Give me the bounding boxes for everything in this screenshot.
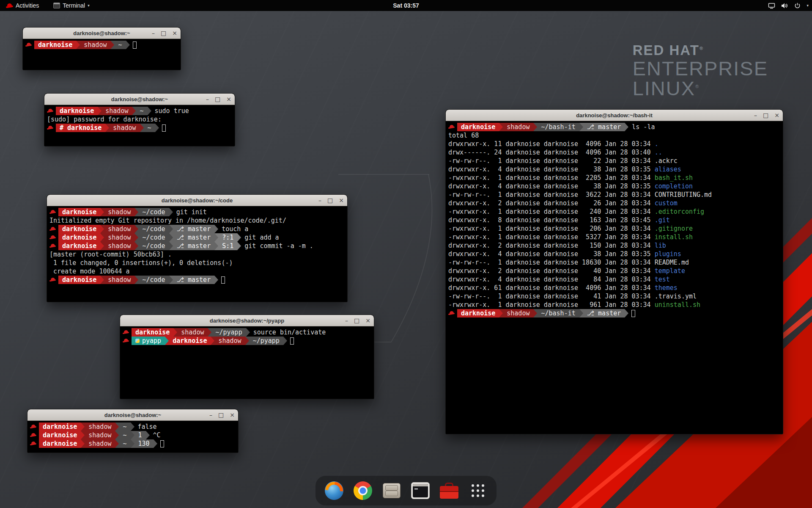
dock-files[interactable]	[381, 480, 403, 502]
redhat-prompt-icon	[30, 431, 37, 439]
close-button[interactable]: ×	[230, 409, 235, 421]
prompt-segment-path: ~/code	[138, 276, 169, 284]
minimize-button[interactable]: –	[318, 195, 321, 206]
prompt-segment-user: darknoise	[58, 276, 100, 284]
prompt-segment-path: ~	[119, 422, 130, 431]
close-button[interactable]: ×	[365, 315, 370, 326]
clock[interactable]: Sat 03:57	[393, 2, 419, 9]
file-name: uninstall.sh	[655, 301, 700, 309]
top-bar: Activities Terminal ▾ Sat 03:57 ▾	[0, 0, 812, 11]
minimize-button[interactable]: –	[345, 315, 348, 326]
display-icon[interactable]	[768, 3, 775, 9]
terminal-body[interactable]: darknoiseshadow~/codegit initInitialized…	[47, 206, 347, 302]
prompt-segment-git: ⎇ master	[173, 233, 215, 242]
ls-line-prefix: drwxrwxr-x. 4 darknoise darknoise 84 Jan…	[448, 276, 655, 283]
window-title: darknoise@shadow:~/pyapp	[120, 318, 374, 324]
minimize-button[interactable]: –	[209, 409, 212, 421]
powerline-separator-icon	[214, 276, 218, 284]
minimize-button[interactable]: –	[754, 110, 757, 121]
prompt-segment-path: ~/bash-it	[537, 309, 579, 318]
maximize-button[interactable]: □	[161, 28, 166, 39]
prompt-segment-user: darknoise	[58, 242, 100, 250]
ls-line-prefix: drwxrwxr-x. 11 darknoise darknoise 4096 …	[448, 140, 655, 148]
titlebar[interactable]: darknoise@shadow:~/pyapp–□×	[120, 315, 374, 326]
dock-toolbox[interactable]	[438, 480, 460, 502]
titlebar[interactable]: darknoise@shadow:~–□×	[23, 28, 181, 39]
terminal-body[interactable]: darknoiseshadow~/bash-it⎇ masterls -lato…	[446, 121, 783, 434]
ls-line-prefix: drwxrwxr-x. 8 darknoise darknoise 163 Ja…	[448, 216, 655, 224]
prompt-segment-git: ⎇ master	[173, 225, 215, 233]
prompt-segment-venv: pyapp	[132, 337, 165, 345]
dock-terminal[interactable]	[409, 480, 431, 502]
titlebar[interactable]: darknoise@shadow:~/code–□×	[47, 195, 347, 206]
minimize-button[interactable]: –	[152, 28, 155, 39]
prompt-segment-git: ⎇ master	[173, 276, 215, 284]
terminal-line: pyappdarknoiseshadow~/pyapp	[123, 337, 371, 345]
command-text: ^C	[150, 431, 161, 439]
terminal-line: darknoiseshadow~/bash-it⎇ masterls -la	[448, 123, 780, 131]
terminal-line: darknoiseshadow~/pyappsource bin/activat…	[123, 328, 371, 337]
chevron-down-icon[interactable]: ▾	[807, 3, 809, 8]
maximize-button[interactable]: □	[218, 409, 224, 421]
dock-firefox[interactable]	[323, 480, 345, 502]
maximize-button[interactable]: □	[215, 94, 220, 105]
terminal-window[interactable]: darknoise@shadow:~–□×darknoiseshadow~fal…	[27, 409, 239, 453]
close-button[interactable]: ×	[172, 28, 177, 39]
terminal-body[interactable]: darknoiseshadow~sudo true[sudo] password…	[44, 105, 235, 146]
titlebar[interactable]: darknoise@shadow:~/bash-it–□×	[446, 110, 783, 121]
terminal-window[interactable]: darknoise@shadow:~–□×darknoiseshadow~sud…	[44, 93, 235, 146]
terminal-body[interactable]: darknoiseshadow~/pyappsource bin/activat…	[120, 326, 374, 399]
powerline-separator-icon	[165, 337, 169, 345]
terminal-line: -rw-rw-r--. 1 darknoise darknoise 41 Jan…	[448, 292, 780, 301]
terminal-window[interactable]: darknoise@shadow:~/code–□×darknoiseshado…	[47, 194, 348, 302]
terminal-cursor	[631, 310, 635, 317]
power-icon[interactable]	[794, 3, 801, 9]
app-menu-terminal[interactable]: Terminal ▾	[51, 0, 92, 11]
powerline-separator-icon	[131, 439, 134, 448]
titlebar[interactable]: darknoise@shadow:~–□×	[27, 409, 238, 421]
close-button[interactable]: ×	[226, 94, 231, 105]
powerline-separator-icon	[126, 41, 130, 49]
brand-line-enterprise: ENTERPRISE	[633, 58, 768, 78]
app-menu-label: Terminal	[63, 2, 85, 9]
prompt-segment-host: shadow	[104, 233, 134, 242]
terminal-body[interactable]: darknoiseshadow~falsedarknoiseshadow~1^C…	[27, 421, 238, 453]
prompt-segment-git: ⎇ master	[173, 242, 215, 250]
prompt-segment-user: darknoise	[39, 431, 81, 439]
powerline-separator-icon	[131, 431, 134, 439]
terminal-line: darknoiseshadow~sudo true	[47, 107, 232, 115]
volume-icon[interactable]	[781, 3, 788, 9]
file-name: lib	[655, 242, 666, 249]
dock-show-applications[interactable]	[467, 480, 489, 502]
close-button[interactable]: ×	[339, 195, 344, 206]
terminal-line: darknoiseshadow~130	[30, 439, 236, 448]
redhat-icon	[6, 2, 13, 9]
minimize-button[interactable]: –	[206, 94, 209, 105]
redhat-prompt-icon	[25, 41, 33, 49]
prompt-segment-user: darknoise	[58, 233, 100, 242]
powerline-separator-icon	[100, 233, 104, 242]
powerline-separator-icon	[115, 431, 119, 439]
powerline-separator-icon	[98, 107, 102, 115]
close-button[interactable]: ×	[774, 110, 779, 121]
terminal-cursor	[160, 440, 164, 447]
desktop[interactable]: RED HAT® ENTERPRISE LINUX® darknoise@sha…	[0, 0, 812, 508]
terminal-window[interactable]: darknoise@shadow:~/bash-it–□×darknoisesh…	[445, 109, 783, 434]
maximize-button[interactable]: □	[327, 195, 333, 206]
redhat-prompt-icon	[49, 242, 57, 250]
file-name: CONTRIBUTING.md	[655, 191, 712, 199]
terminal-window[interactable]: darknoise@shadow:~/pyapp–□×darknoiseshad…	[120, 315, 374, 399]
powerline-separator-icon	[169, 208, 173, 216]
maximize-button[interactable]: □	[763, 110, 768, 121]
powerline-separator-icon	[81, 422, 85, 431]
maximize-button[interactable]: □	[354, 315, 359, 326]
ls-line-prefix: drwxrwxr-x. 2 darknoise darknoise 40 Jan…	[448, 267, 655, 275]
terminal-window[interactable]: darknoise@shadow:~–□×darknoiseshadow~	[22, 27, 181, 70]
activities-button[interactable]: Activities	[3, 0, 41, 11]
powerline-separator-icon	[115, 439, 119, 448]
redhat-prompt-icon	[47, 124, 54, 132]
dock-chrome[interactable]	[352, 480, 374, 502]
terminal-body[interactable]: darknoiseshadow~	[23, 39, 181, 70]
titlebar[interactable]: darknoise@shadow:~–□×	[44, 94, 235, 105]
prompt-segment-path: ~/bash-it	[537, 123, 579, 131]
